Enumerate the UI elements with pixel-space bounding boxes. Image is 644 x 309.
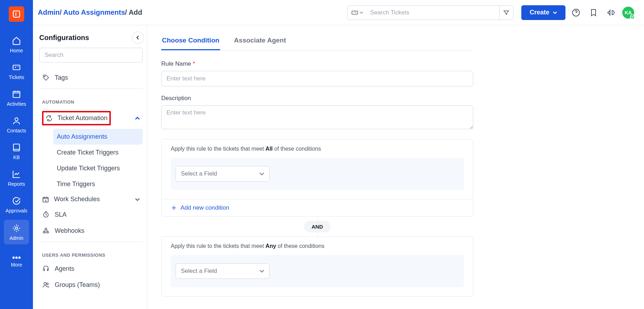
breadcrumb-auto-assignments[interactable]: Auto Assignments <box>63 8 125 16</box>
top-header: Admin/ Auto Assignments/ Add Create KA <box>33 0 644 25</box>
collapse-sidebar-button[interactable] <box>132 32 144 44</box>
conditions-all-header: Apply this rule to the tickets that meet… <box>162 139 473 152</box>
chevron-down-icon <box>360 11 363 14</box>
rail-label: More <box>11 262 22 268</box>
rail-label: Approvals <box>6 208 27 213</box>
search-scope-dropdown[interactable] <box>347 9 367 17</box>
status-badge-online <box>630 14 635 19</box>
svg-point-3 <box>15 118 18 121</box>
condition-connector: AND <box>161 217 473 236</box>
rail-label: KB <box>13 154 20 160</box>
sidebar-item-work-schedules[interactable]: Work Schedules <box>39 192 143 206</box>
rail-reports[interactable]: Reports <box>0 165 33 192</box>
chevron-down-icon <box>259 171 264 176</box>
rail-approvals[interactable]: Approvals <box>0 192 33 218</box>
breadcrumb-admin[interactable]: Admin <box>38 8 60 16</box>
user-avatar[interactable]: KA <box>622 7 634 19</box>
rail-label: Home <box>10 48 23 53</box>
sla-icon <box>42 211 50 218</box>
chevron-down-icon <box>259 269 264 274</box>
icon-rail: Home Tickets Activities Contacts KB Repo… <box>0 0 33 309</box>
rail-more[interactable]: ••• More <box>0 246 33 272</box>
config-title: Configurations <box>39 34 89 42</box>
svg-rect-0 <box>13 11 20 17</box>
rail-contacts[interactable]: Contacts <box>0 112 33 138</box>
rail-tickets[interactable]: Tickets <box>0 58 33 85</box>
add-condition-button-all[interactable]: Add new condition <box>171 204 229 211</box>
breadcrumb: Admin/ Auto Assignments/ Add <box>38 8 142 17</box>
config-sidebar: Configurations Tags AUTOMATION Ticket Au… <box>33 25 147 309</box>
sub-auto-assignments[interactable]: Auto Assignments <box>53 129 143 145</box>
chevron-left-icon <box>136 35 140 40</box>
rail-home[interactable]: Home <box>0 32 33 58</box>
select-field-label: Select a Field <box>181 268 217 275</box>
section-users-perms-label: USERS AND PERMISSIONS <box>39 245 143 261</box>
and-connector-pill[interactable]: AND <box>304 221 331 232</box>
sub-time-triggers[interactable]: Time Triggers <box>53 176 143 192</box>
select-field-dropdown-any[interactable]: Select a Field <box>176 263 270 279</box>
rule-name-input[interactable] <box>161 71 473 86</box>
tab-choose-condition[interactable]: Choose Condition <box>161 34 220 50</box>
ticket-icon <box>351 9 359 17</box>
sub-update-ticket-triggers[interactable]: Update Ticket Triggers <box>53 160 143 176</box>
sidebar-item-sla[interactable]: SLA <box>39 206 143 223</box>
tag-icon <box>42 74 50 81</box>
contact-icon <box>12 116 21 126</box>
help-button[interactable] <box>569 6 583 20</box>
sidebar-item-groups[interactable]: Groups (Teams) <box>39 277 143 293</box>
config-search-input[interactable] <box>39 48 143 63</box>
rail-label: Reports <box>8 181 25 187</box>
rail-label: Contacts <box>7 128 26 133</box>
select-field-label: Select a Field <box>181 170 217 177</box>
rail-kb[interactable]: KB <box>0 138 33 165</box>
main-content: Choose Condition Associate Agent Rule Na… <box>147 25 644 309</box>
sub-create-ticket-triggers[interactable]: Create Ticket Triggers <box>53 145 143 160</box>
svg-point-14 <box>44 282 46 285</box>
sidebar-item-agents[interactable]: Agents <box>39 261 143 277</box>
chevron-down-icon <box>553 11 557 15</box>
filter-button[interactable] <box>499 6 513 20</box>
calendar-icon <box>12 89 21 99</box>
app-logo[interactable] <box>9 6 24 22</box>
ticket-icon <box>12 63 21 72</box>
sidebar-item-webhooks[interactable]: Webhooks <box>39 223 143 239</box>
rail-label: Activities <box>7 101 26 107</box>
svg-point-5 <box>15 227 18 230</box>
help-icon <box>572 8 580 17</box>
schedule-icon <box>42 196 49 203</box>
svg-point-8 <box>44 76 45 77</box>
sidebar-item-label: Webhooks <box>55 227 84 235</box>
rail-activities[interactable]: Activities <box>0 85 33 112</box>
filter-icon <box>503 9 509 16</box>
svg-point-15 <box>47 283 48 285</box>
sidebar-item-tags[interactable]: Tags <box>39 70 143 86</box>
sidebar-item-label: Tags <box>55 74 68 81</box>
sidebar-item-label: Groups (Teams) <box>55 281 100 289</box>
svg-point-11 <box>43 231 45 233</box>
webhook-icon <box>42 227 50 235</box>
tabs: Choose Condition Associate Agent <box>161 34 473 51</box>
create-button[interactable]: Create <box>521 5 565 20</box>
bookmark-button[interactable] <box>587 6 601 20</box>
rail-admin[interactable]: Admin <box>4 220 29 244</box>
svg-rect-1 <box>13 65 20 70</box>
plus-icon <box>171 205 177 211</box>
sidebar-item-label: Work Schedules <box>54 196 100 203</box>
section-automation-label: AUTOMATION <box>39 92 143 107</box>
svg-rect-4 <box>13 144 19 151</box>
more-icon: ••• <box>12 250 21 260</box>
chart-icon <box>12 169 21 179</box>
announcements-button[interactable] <box>604 6 618 20</box>
breadcrumb-add: Add <box>129 8 142 16</box>
rail-label: Tickets <box>9 74 24 80</box>
sidebar-item-label: Agents <box>55 265 74 272</box>
select-field-dropdown-all[interactable]: Select a Field <box>176 166 270 182</box>
chevron-down-icon <box>135 197 140 202</box>
conditions-all-card: Apply this rule to the tickets that meet… <box>161 139 473 217</box>
automation-icon <box>46 115 53 122</box>
tab-associate-agent[interactable]: Associate Agent <box>233 34 287 50</box>
sidebar-item-ticket-automation[interactable]: Ticket Automation <box>39 107 143 129</box>
search-input[interactable] <box>367 9 499 16</box>
headset-icon <box>42 265 50 272</box>
description-input[interactable] <box>161 105 473 129</box>
